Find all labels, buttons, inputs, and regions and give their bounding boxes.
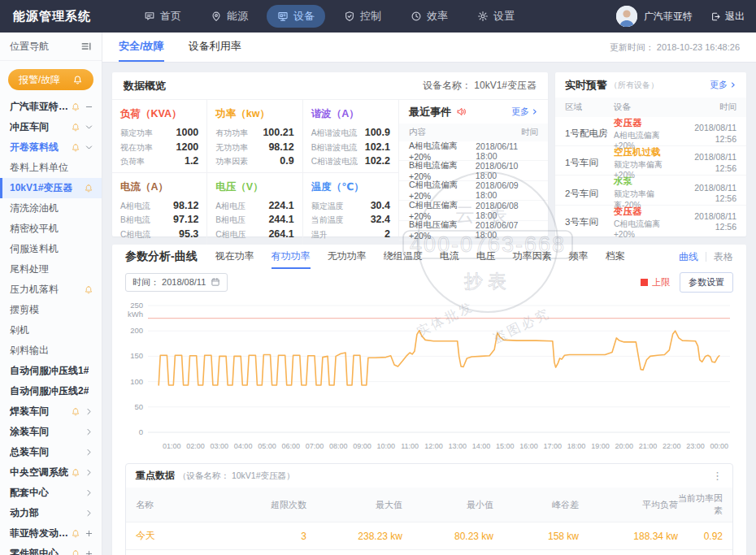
metric-row: B相谐波电流102.1 <box>311 141 390 155</box>
metric-row: 负荷率1.2 <box>120 154 198 169</box>
collapse-icon[interactable] <box>80 41 92 52</box>
kebab-menu-icon[interactable]: ⋮ <box>712 470 723 481</box>
sidebar-item[interactable]: 剁料输出 <box>0 340 102 361</box>
date-picker[interactable]: 时间： 2018/08/11 <box>125 273 228 292</box>
alarm-fault-button[interactable]: 报警/故障 <box>8 69 93 90</box>
bell-icon <box>84 184 93 193</box>
plus-icon <box>85 529 93 538</box>
alerts-columns: 区域 设备 时间 <box>555 98 746 117</box>
avatar[interactable] <box>616 6 637 27</box>
sidebar-item[interactable]: 中央空调系统 <box>0 462 102 483</box>
main-area: 安全/故障设备利用率 更新时间： 2018-10-23 16:48:26 数据概… <box>102 33 756 555</box>
svg-text:16:00: 16:00 <box>519 442 538 450</box>
event-row: B相电压偏离+20%2018/06/07 18:00 <box>399 221 548 241</box>
tab-active[interactable]: 安全/故障 <box>119 33 164 62</box>
tab-inactive[interactable]: 设备利用率 <box>189 33 241 62</box>
alert-row: 2号车间 水泵额定功率偏离-20% 2018/08/1112:56 <box>555 176 746 205</box>
speaker-icon <box>456 106 467 117</box>
events-more-link[interactable]: 更多 <box>511 106 538 118</box>
sidebar-item[interactable]: 摆剪模 <box>0 300 102 320</box>
bell-icon <box>71 549 80 555</box>
svg-text:13:00: 13:00 <box>448 442 467 450</box>
view-curve-toggle[interactable]: 曲线 <box>679 250 698 264</box>
sidebar-item[interactable]: 剁机 <box>0 320 102 340</box>
parameter-settings-button[interactable]: 参数设置 <box>680 272 733 293</box>
sidebar-item[interactable]: 自动伺服冲压线2# <box>0 381 102 401</box>
nav-item-pin[interactable]: 能源 <box>200 5 259 28</box>
nav-item-device[interactable]: 设备 <box>267 5 325 28</box>
active-power-line-chart[interactable]: 050100150200250kWh01:0002:0003:0004:0005… <box>125 296 733 455</box>
svg-text:03:00: 03:00 <box>211 442 229 450</box>
sidebar-item[interactable]: 伺服送料机 <box>0 239 102 259</box>
nav-item-home[interactable]: 首页 <box>133 5 192 28</box>
key-table-col: 最大值 <box>306 499 402 511</box>
sidebar-item[interactable]: 精密校平机 <box>0 219 102 239</box>
sidebar-item[interactable]: 卷料上料单位 <box>0 158 102 178</box>
logout-button[interactable]: 退出 <box>710 10 745 24</box>
chevron-down-icon <box>85 123 93 132</box>
key-table-body: 今天3238.23 kw80.23 kw158 kw188.34 kw0.92昨… <box>126 522 732 555</box>
nav-item-clock[interactable]: 效率 <box>400 5 458 28</box>
sidebar-item-label: 菲亚特发动机厂 <box>10 527 71 540</box>
analysis-tab[interactable]: 档案 <box>606 245 625 269</box>
home-icon <box>144 11 155 22</box>
metric-card: 电流（A）A相电流98.12B相电流97.12C相电流95.3 <box>112 173 207 245</box>
chevron-right-icon <box>85 427 93 436</box>
sidebar-item[interactable]: 零件部中心仓库 <box>0 544 102 555</box>
svg-text:15:00: 15:00 <box>496 442 515 450</box>
key-table-subtitle: （设备名称： 10kV1#变压器） <box>178 470 295 482</box>
svg-text:0: 0 <box>139 427 143 436</box>
metric-row: B相电压244.1 <box>215 213 293 228</box>
sidebar-item[interactable]: 涂装车间 <box>0 422 102 442</box>
analysis-tab[interactable]: 视在功率 <box>215 245 254 269</box>
sidebar-item[interactable]: 广汽菲亚特整车厂 <box>0 97 102 117</box>
nav-item-control[interactable]: 控制 <box>333 5 392 28</box>
sidebar-item[interactable]: 配套中心 <box>0 483 102 503</box>
svg-text:23:00: 23:00 <box>686 442 705 450</box>
analysis-tab[interactable]: 绕组温度 <box>384 245 423 269</box>
control-icon <box>344 11 355 22</box>
sidebar-item[interactable]: 总装车间 <box>0 442 102 462</box>
sidebar-item[interactable]: 尾料处理 <box>0 259 102 280</box>
sidebar-item[interactable]: 自动伺服冲压线1# <box>0 361 102 381</box>
key-table-col: 平均负荷 <box>579 499 678 511</box>
sidebar-item[interactable]: 动力部 <box>0 503 102 523</box>
chevron-right-icon <box>85 488 93 497</box>
analysis-tab[interactable]: 电压 <box>476 245 496 269</box>
nav-item-gear[interactable]: 设置 <box>467 5 525 28</box>
view-table-toggle[interactable]: 表格 <box>714 250 733 264</box>
sidebar-item[interactable]: 10kV1#变压器 <box>0 178 102 198</box>
sidebar-item[interactable]: 开卷落料线 <box>0 137 102 158</box>
alerts-list: 1号配电房 变压器A相电流偏离+20% 2018/08/1112:561号车间 … <box>555 117 746 234</box>
sidebar-item-label: 总装车间 <box>10 445 49 459</box>
bell-icon <box>71 407 80 417</box>
chevron-right-icon <box>85 448 93 457</box>
device-icon <box>277 11 289 22</box>
svg-text:06:00: 06:00 <box>281 442 300 450</box>
analysis-tab[interactable]: 电流 <box>440 245 459 269</box>
sidebar-item[interactable]: 菲亚特发动机厂 <box>0 523 102 544</box>
analysis-tab[interactable]: 有功功率 <box>272 245 311 269</box>
chevron-right-icon <box>531 108 538 115</box>
key-table-col: 最小值 <box>402 499 493 511</box>
svg-text:08:00: 08:00 <box>329 442 348 450</box>
analysis-tab[interactable]: 频率 <box>569 245 589 269</box>
location-tree: 广汽菲亚特整车厂冲压车间开卷落料线卷料上料单位10kV1#变压器清洗涂油机精密校… <box>0 94 102 555</box>
metric-row: B相电流97.12 <box>120 213 198 228</box>
sidebar-item[interactable]: 压力机落料 <box>0 280 102 300</box>
sidebar-item[interactable]: 焊装车间 <box>0 401 102 422</box>
bell-icon <box>71 123 80 132</box>
alerts-title: 实时预警 <box>565 78 607 93</box>
metric-row: 功率因素0.9 <box>215 154 293 169</box>
user-name[interactable]: 广汽菲亚特 <box>644 10 693 24</box>
sidebar-item[interactable]: 清洗涂油机 <box>0 198 102 219</box>
analysis-tab[interactable]: 无功功率 <box>328 245 367 269</box>
divider <box>706 252 706 262</box>
metric-row: 额定功率1000 <box>120 126 198 141</box>
alerts-more-link[interactable]: 更多 <box>710 79 736 91</box>
analysis-tab[interactable]: 功率因素 <box>513 245 552 269</box>
key-table-title: 重点数据 <box>136 469 175 483</box>
metric-row: 视在功率1200 <box>120 141 198 155</box>
top-navbar: 能源管理系统 首页能源设备控制效率设置 广汽菲亚特 退出 <box>0 0 756 33</box>
sidebar-item[interactable]: 冲压车间 <box>0 117 102 137</box>
